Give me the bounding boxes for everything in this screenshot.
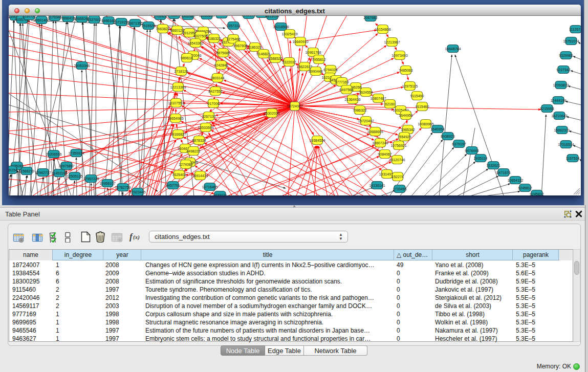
svg-text:19384554: 19384554 [309,139,325,142]
svg-text:10756921: 10756921 [390,144,406,147]
svg-text:16914479: 16914479 [192,174,208,178]
svg-text:1603380: 1603380 [181,16,194,18]
svg-text:13533594: 13533594 [198,126,213,129]
svg-text:6379197: 6379197 [452,142,466,146]
svg-text:939154: 939154 [9,168,17,172]
svg-text:17016514: 17016514 [558,143,574,146]
svg-text:16648784: 16648784 [445,47,461,51]
svg-text:16543362: 16543362 [187,41,203,45]
svg-text:13622615: 13622615 [296,65,312,69]
svg-text:16782759: 16782759 [115,186,130,189]
svg-text:9457791: 9457791 [166,184,180,187]
svg-text:9115460: 9115460 [416,105,429,108]
svg-text:12093872: 12093872 [553,83,569,87]
svg-text:16210643: 16210643 [551,114,567,118]
svg-text:15751074: 15751074 [563,39,579,43]
svg-text:7357224: 7357224 [226,24,240,28]
svg-text:19654985: 19654985 [167,117,183,120]
svg-text:23975887: 23975887 [58,164,74,168]
svg-text:6497568: 6497568 [339,88,353,92]
svg-text:1112674: 1112674 [569,28,581,31]
svg-text:2967608: 2967608 [233,44,247,48]
svg-text:989618: 989618 [181,56,192,60]
svg-text:9115490: 9115490 [410,94,424,98]
svg-text:1251732: 1251732 [22,16,36,18]
svg-text:8471676: 8471676 [496,171,510,174]
svg-text:13716465: 13716465 [202,185,217,189]
svg-text:2087682: 2087682 [363,16,377,19]
svg-text:25302035: 25302035 [264,112,279,115]
svg-text:7663822: 7663822 [156,27,169,31]
svg-text:2935114: 2935114 [474,157,488,160]
svg-text:19218506: 19218506 [273,25,289,29]
svg-text:1640954: 1640954 [430,127,444,131]
svg-text:9245812: 9245812 [518,186,532,190]
svg-text:7554925: 7554925 [397,135,411,139]
svg-text:7515526: 7515526 [141,24,155,28]
svg-text:12923445: 12923445 [129,190,145,194]
svg-text:9227342: 9227342 [556,68,570,72]
svg-text:14136141: 14136141 [369,184,385,187]
svg-text:16107553: 16107553 [168,101,184,105]
svg-text:12213369: 12213369 [170,85,186,89]
svg-text:20206516: 20206516 [46,152,61,156]
svg-text:1644954: 1644954 [399,114,412,117]
svg-text:12213967: 12213967 [384,40,400,44]
svg-text:917006: 917006 [207,102,219,105]
svg-text:16640910: 16640910 [292,40,308,43]
svg-text:4498222: 4498222 [186,149,200,153]
svg-text:15692371: 15692371 [554,128,570,132]
svg-text:8938923: 8938923 [441,135,454,138]
svg-text:62160: 62160 [385,102,395,106]
svg-text:18724007: 18724007 [287,104,302,108]
svg-text:9242848: 9242848 [214,63,228,67]
svg-text:10973493: 10973493 [391,54,407,57]
svg-text:6794028: 6794028 [323,68,337,72]
svg-text:16120746: 16120746 [389,158,405,162]
svg-text:20691406: 20691406 [33,18,49,22]
svg-text:12444199: 12444199 [550,99,566,102]
svg-text:7632621: 7632621 [486,164,500,167]
svg-text:16033809: 16033809 [199,16,214,17]
svg-text:28053346: 28053346 [74,64,90,68]
svg-text:9329966: 9329966 [559,54,573,57]
svg-text:9777169: 9777169 [335,80,349,84]
svg-text:12505135: 12505135 [67,174,82,178]
svg-text:1527602: 1527602 [87,18,101,21]
svg-text:17359924: 17359924 [68,151,84,155]
svg-text:9084067: 9084067 [378,152,391,156]
svg-text:10654112: 10654112 [508,179,524,182]
svg-text:10961768: 10961768 [305,51,321,54]
svg-text:8313054: 8313054 [214,16,228,16]
svg-text:21364436: 21364436 [344,98,360,101]
svg-text:1733455: 1733455 [393,187,406,191]
svg-text:10688609: 10688609 [367,130,383,134]
svg-text:19166827: 19166827 [170,133,186,136]
svg-text:9245832: 9245832 [530,192,543,196]
svg-text:17957225: 17957225 [83,177,99,181]
svg-text:15720407: 15720407 [358,119,374,123]
svg-text:2170346: 2170346 [48,16,61,19]
svg-text:1703928: 1703928 [153,16,167,18]
svg-text:7625402: 7625402 [172,173,186,177]
svg-text:7485063: 7485063 [399,69,412,72]
svg-text:8186323: 8186323 [207,37,221,40]
svg-text:8218596: 8218596 [242,16,255,17]
svg-text:10958107: 10958107 [99,182,115,185]
svg-text:8990448: 8990448 [309,70,322,73]
svg-text:12942737: 12942737 [35,171,51,174]
svg-text:8813054: 8813054 [265,16,279,18]
svg-text:5322037: 5322037 [282,60,296,64]
svg-text:1588520: 1588520 [268,57,282,60]
svg-text:16671355: 16671355 [127,21,143,25]
svg-text:11451194: 11451194 [52,171,67,175]
svg-text:18607249: 18607249 [372,141,388,145]
svg-text:1965342: 1965342 [401,128,415,132]
svg-text:2718126: 2718126 [174,70,188,73]
svg-text:1274089: 1274089 [179,163,192,166]
svg-text:1713593: 1713593 [167,16,181,17]
svg-text:8215958: 8215958 [540,107,554,111]
svg-text:9327509: 9327509 [193,34,207,38]
svg-text:10089965: 10089965 [418,122,433,126]
svg-text:9146821: 9146821 [256,52,270,56]
